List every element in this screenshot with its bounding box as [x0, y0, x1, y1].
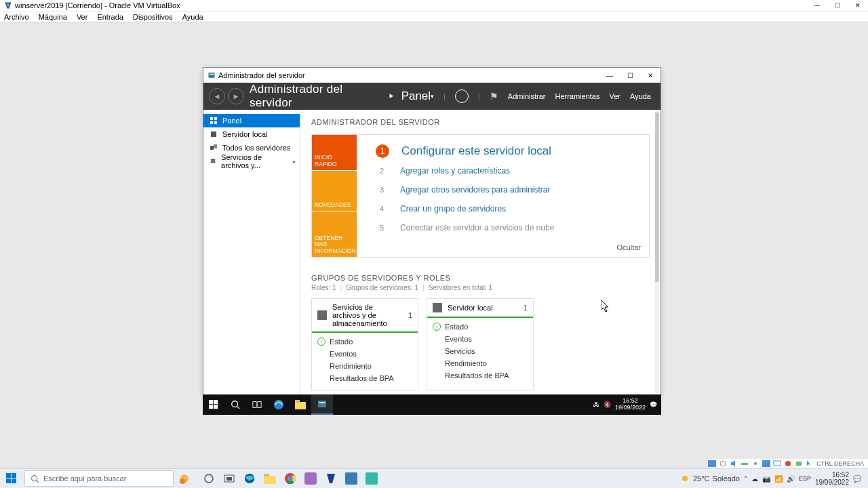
tile-row-perf[interactable]: Rendimiento	[317, 360, 412, 372]
server-manager-sidebar: Panel Servidor local Todos los servidore…	[203, 110, 300, 394]
menu-tools[interactable]: Herramientas	[555, 92, 599, 100]
svg-point-29	[754, 462, 757, 465]
vbox-audio-icon[interactable]	[730, 460, 738, 467]
guest-start-button[interactable]	[203, 394, 224, 415]
vbox-usb-icon[interactable]	[751, 460, 760, 467]
vbox-close-button[interactable]: ✕	[848, 0, 868, 12]
tile-row-events[interactable]: Eventos	[317, 348, 412, 360]
welcome-tab-quickstart[interactable]: INICIO RÁPIDO	[312, 135, 357, 170]
host-tray-notifications-icon[interactable]: 💬	[853, 475, 861, 483]
guest-tray-notifications-icon[interactable]: 💬	[650, 401, 657, 408]
vbox-menu-view[interactable]: Ver	[77, 13, 88, 21]
welcome-step-2[interactable]: 2 Agregar roles y características	[376, 165, 639, 177]
vbox-mouse-icon[interactable]	[806, 460, 814, 467]
vbox-menu-devices[interactable]: Dispositivos	[133, 13, 173, 21]
guest-search-button[interactable]	[224, 394, 246, 415]
svg-rect-16	[214, 405, 218, 409]
host-start-button[interactable]	[0, 469, 23, 489]
host-tray-meet-icon[interactable]: 📷	[762, 475, 770, 483]
tile-row-services[interactable]: Servicios	[433, 345, 528, 357]
sidebar-item-file-services[interactable]: Servicios de archivos y... ▸	[203, 155, 300, 168]
tile-row-status[interactable]: ↑Estado	[317, 336, 412, 348]
host-app-generic-1[interactable]	[301, 469, 320, 488]
guest-clock[interactable]: 16:52 19/09/2022	[615, 398, 646, 411]
breadcrumb-sep: ‣	[388, 89, 395, 104]
vbox-recording-icon[interactable]	[784, 460, 792, 467]
vbox-optical-icon[interactable]	[719, 460, 727, 467]
welcome-step-5[interactable]: 5 Conectar este servidor a servicios de …	[376, 222, 639, 234]
menu-manage[interactable]: Administrar	[508, 92, 546, 100]
menu-help[interactable]: Ayuda	[630, 92, 651, 100]
tile-file-storage[interactable]: Servicios de archivos y de almacenamient…	[311, 298, 418, 390]
sm-close-button[interactable]: ✕	[640, 68, 660, 83]
svg-rect-24	[318, 401, 326, 407]
vbox-network-icon[interactable]	[741, 460, 749, 467]
tile-row-bpa[interactable]: Resultados de BPA	[433, 369, 528, 382]
host-explorer-icon[interactable]	[260, 469, 279, 488]
svg-marker-55	[327, 474, 335, 483]
host-tray-onedrive-icon[interactable]: ☁	[751, 475, 758, 483]
nav-back-button[interactable]: ◄	[209, 88, 225, 104]
svg-rect-54	[304, 472, 317, 485]
host-chrome-icon[interactable]	[281, 469, 300, 488]
notifications-flag-icon[interactable]: ⚑	[490, 91, 498, 102]
menu-view[interactable]: Ver	[609, 92, 620, 100]
host-search-box[interactable]: Escribe aquí para buscar	[24, 470, 174, 487]
host-app-generic-3[interactable]	[362, 469, 381, 488]
guest-server-manager-taskbar-icon[interactable]	[311, 394, 333, 415]
svg-rect-7	[214, 121, 217, 124]
vbox-menu-file[interactable]: Archivo	[4, 13, 29, 21]
tile-row-status[interactable]: ↑Estado	[433, 321, 528, 333]
vbox-cpu-icon[interactable]	[795, 460, 803, 467]
refresh-icon[interactable]	[455, 89, 469, 103]
welcome-hide-link[interactable]: Ocultar	[617, 243, 641, 251]
welcome-step-1[interactable]: 1 Configurar este servidor local	[376, 144, 639, 158]
welcome-step-3[interactable]: 3 Agregar otros servidores para administ…	[376, 184, 639, 196]
tile-row-events[interactable]: Eventos	[433, 333, 528, 345]
sidebar-item-local-server[interactable]: Servidor local	[203, 127, 300, 141]
nav-forward-button[interactable]: ►	[228, 88, 244, 104]
host-tray-lang-icon[interactable]: ESP	[799, 475, 811, 482]
vbox-maximize-button[interactable]: ☐	[827, 0, 848, 12]
status-up-icon: ↑	[317, 338, 326, 346]
vbox-menu-help[interactable]: Ayuda	[182, 13, 203, 21]
vbox-menu-machine[interactable]: Máquina	[39, 13, 67, 21]
welcome-tab-whatsnew[interactable]: NOVEDADES	[312, 170, 357, 211]
host-weather-widget[interactable]: 25°C Soleado	[679, 473, 740, 484]
header-dropdown-icon[interactable]: ▾	[431, 93, 434, 100]
sm-minimize-button[interactable]: —	[599, 68, 620, 83]
host-clock[interactable]: 16:52 19/09/2022	[815, 471, 849, 486]
tile-row-perf[interactable]: Rendimiento	[433, 357, 528, 369]
guest-taskview-button[interactable]	[246, 394, 268, 415]
vbox-minimize-button[interactable]: —	[807, 0, 827, 12]
vbox-display-icon[interactable]	[773, 460, 781, 467]
host-cortana-button[interactable]	[199, 469, 218, 488]
guest-tray-sound-icon[interactable]: 🔇	[604, 401, 611, 408]
tile-local-server[interactable]: Servidor local 1 ↑Estado Eventos Servici…	[427, 298, 534, 390]
host-tray-chevron-icon[interactable]: ˄	[744, 475, 747, 483]
server-manager-titlebar[interactable]: Administrador del servidor — ☐ ✕	[203, 68, 660, 83]
host-news-widget[interactable]	[174, 472, 195, 485]
vbox-menu-input[interactable]: Entrada	[97, 13, 123, 21]
svg-rect-56	[345, 472, 357, 485]
host-taskview-button[interactable]	[220, 469, 239, 488]
tile-row-bpa[interactable]: Resultados de BPA	[317, 372, 412, 384]
guest-tray-network-icon[interactable]: 🖧	[593, 401, 599, 408]
sm-maximize-button[interactable]: ☐	[620, 68, 640, 83]
breadcrumb-root[interactable]: Administrador del servidor	[250, 83, 384, 110]
sidebar-item-dashboard[interactable]: Panel	[203, 114, 300, 127]
host-virtualbox-icon[interactable]	[321, 469, 340, 488]
vbox-hd-icon[interactable]	[708, 460, 716, 467]
vbox-shared-icon[interactable]	[762, 460, 770, 467]
welcome-tab-learnmore[interactable]: OBTENER MÁS INFORMACIÓN	[312, 211, 357, 257]
host-tray-wifi-icon[interactable]: 📶	[774, 475, 783, 483]
guest-ie-icon[interactable]	[268, 394, 290, 415]
server-manager-title: Administrador del servidor	[218, 71, 305, 79]
host-app-generic-2[interactable]	[342, 469, 361, 488]
sidebar-item-all-servers[interactable]: Todos los servidores	[203, 141, 300, 155]
guest-explorer-icon[interactable]	[290, 394, 311, 415]
host-edge-icon[interactable]	[240, 469, 259, 488]
scrollbar[interactable]	[655, 111, 659, 393]
welcome-step-4[interactable]: 4 Crear un grupo de servidores	[376, 203, 639, 215]
host-tray-sound-icon[interactable]: 🔊	[787, 475, 795, 483]
